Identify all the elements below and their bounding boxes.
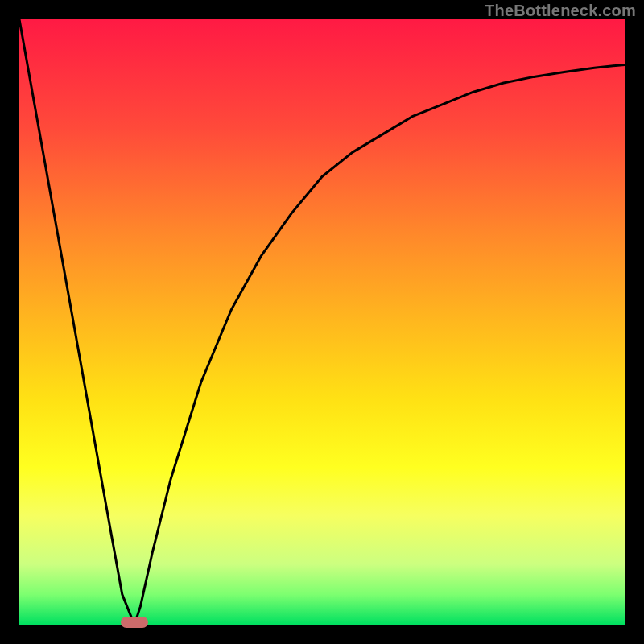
curve-line — [19, 19, 625, 625]
optimal-marker — [121, 617, 148, 628]
bottleneck-curve — [19, 19, 625, 625]
plot-area — [19, 19, 625, 625]
watermark-text: TheBottleneck.com — [485, 2, 636, 20]
chart-frame: TheBottleneck.com — [0, 0, 644, 644]
